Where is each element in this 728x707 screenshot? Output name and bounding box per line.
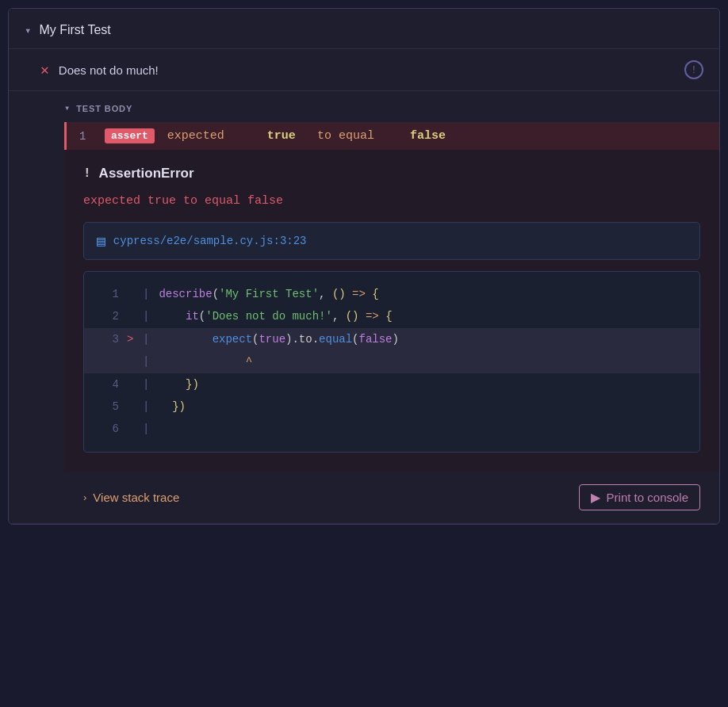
test-name: Does not do much! [59, 63, 159, 77]
print-console-label: Print to console [607, 491, 688, 504]
code-content-1: describe('My First Test', () => { [159, 285, 687, 303]
command-text: expected true to equal false [167, 129, 446, 143]
error-title-row: ! AssertionError [83, 166, 700, 182]
line-num-3: 3 [97, 331, 119, 348]
line-num-2: 2 [97, 308, 119, 325]
cmd-to-equal: to equal [317, 129, 374, 143]
test-body-section: ▾ TEST BODY 1 assert expected true to eq… [9, 91, 719, 524]
view-stack-trace-label: View stack trace [93, 491, 179, 504]
code-content-6 [159, 420, 687, 438]
line-num-6: 6 [97, 420, 119, 438]
chevron-right-icon: › [83, 491, 86, 503]
test-body-label: TEST BODY [76, 104, 132, 113]
command-row[interactable]: 1 assert expected true to equal false [64, 122, 719, 150]
code-line-5: 5 | }) [84, 396, 699, 418]
collapse-arrow-icon[interactable]: ▾ [25, 24, 31, 37]
code-block: 1 | describe('My First Test', () => { 2 … [83, 271, 700, 453]
code-line-4: 4 | }) [84, 373, 699, 396]
assert-badge: assert [105, 128, 155, 143]
line-num-1: 1 [97, 285, 119, 303]
error-message: expected true to equal false [83, 194, 700, 208]
test-body-header: ▾ TEST BODY [64, 91, 719, 122]
file-icon: ▤ [97, 232, 105, 250]
exclamation-icon: ! [83, 166, 91, 181]
panel-title: My First Test [39, 23, 110, 37]
print-console-button[interactable]: ▶ Print to console [579, 484, 700, 510]
file-reference[interactable]: ▤ cypress/e2e/sample.cy.js:3:23 [83, 222, 700, 260]
code-content-caret: ^ [159, 353, 687, 370]
code-content-5: }) [159, 398, 687, 415]
code-content-4: }) [159, 376, 687, 393]
test-body-collapse-icon[interactable]: ▾ [64, 102, 70, 114]
panel-header: ▾ My First Test [9, 9, 719, 49]
cmd-false: false [410, 129, 446, 143]
code-line-1: 1 | describe('My First Test', () => { [84, 283, 699, 305]
error-block: ! AssertionError expected true to equal … [64, 150, 719, 472]
view-stack-trace-button[interactable]: › View stack trace [83, 491, 179, 504]
print-icon: ▶ [591, 490, 600, 505]
test-item[interactable]: ✕ Does not do much! ! [9, 49, 719, 91]
error-title: AssertionError [99, 166, 194, 182]
cmd-true: true [267, 129, 296, 143]
line-number: 1 [79, 130, 92, 143]
footer-row: › View stack trace ▶ Print to console [64, 472, 719, 523]
line-num-4: 4 [97, 376, 119, 393]
code-line-caret: | ^ [84, 350, 699, 373]
code-content-2: it('Does not do much!', () => { [159, 308, 687, 325]
cmd-expected: expected [167, 129, 224, 143]
code-line-3: 3 > | expect(true).to.equal(false) [84, 328, 699, 350]
code-line-2: 2 | it('Does not do much!', () => { [84, 305, 699, 327]
file-path: cypress/e2e/sample.cy.js:3:23 [113, 235, 307, 247]
code-line-6: 6 | [84, 418, 699, 440]
line-num-5: 5 [97, 398, 119, 415]
code-content-3: expect(true).to.equal(false) [159, 331, 687, 348]
info-icon[interactable]: ! [684, 60, 703, 79]
fail-icon: ✕ [40, 61, 49, 78]
active-arrow-icon: > [127, 331, 141, 348]
test-panel: ▾ My First Test ✕ Does not do much! ! ▾ … [8, 8, 720, 525]
